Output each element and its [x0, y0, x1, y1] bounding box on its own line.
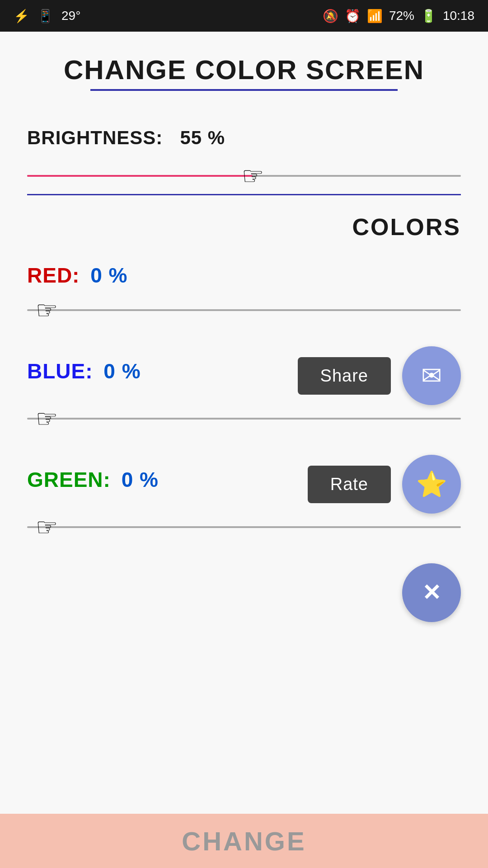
status-right: 🔕 ⏰ 📶 72% 🔋 10:18	[323, 9, 474, 24]
colors-label: COLORS	[27, 213, 461, 241]
share-button[interactable]: Share	[298, 357, 391, 395]
green-slider[interactable]: ☞	[27, 514, 461, 541]
red-slider-track	[27, 309, 461, 311]
mail-icon: ✉	[421, 361, 442, 390]
mute-icon: 🔕	[323, 9, 338, 24]
brightness-slider[interactable]: ☞	[27, 162, 461, 189]
change-button[interactable]: CHANGE	[0, 814, 488, 868]
main-content: CHANGE COLOR SCREEN BRIGHTNESS: 55 % ☞ C…	[0, 32, 488, 868]
mail-fab-button[interactable]: ✉	[402, 346, 461, 405]
green-section: GREEN: 0 % Rate ⭐ ☞	[27, 455, 461, 541]
star-icon: ⭐	[416, 470, 447, 499]
battery-icon: 🔋	[421, 9, 436, 24]
red-section: RED: 0 % ☞	[27, 263, 461, 324]
red-slider-thumb[interactable]: ☞	[36, 296, 58, 325]
brightness-value: 55	[180, 127, 202, 148]
status-bar: ⚡ 📱 29° 🔕 ⏰ 📶 72% 🔋 10:18	[0, 0, 488, 32]
blue-slider[interactable]: ☞	[27, 405, 461, 432]
page-title: CHANGE COLOR SCREEN	[27, 54, 461, 85]
red-value: 0 %	[90, 264, 127, 287]
close-icon: ✕	[422, 580, 441, 606]
brightness-section: BRIGHTNESS: 55 % ☞	[27, 127, 461, 195]
slider-fill	[27, 175, 253, 177]
battery-percent: 72%	[389, 9, 414, 23]
star-fab-button[interactable]: ⭐	[402, 455, 461, 514]
green-value: 0 %	[122, 468, 159, 491]
blue-value: 0 %	[103, 359, 141, 383]
temperature-text: 29°	[61, 9, 80, 23]
phone-icon: 📱	[38, 9, 53, 24]
blue-label: BLUE: 0 %	[27, 359, 141, 383]
blue-slider-track	[27, 418, 461, 420]
status-left: ⚡ 📱 29°	[14, 9, 80, 24]
time-text: 10:18	[443, 9, 474, 23]
title-underline	[90, 89, 398, 91]
slider-thumb-brightness[interactable]: ☞	[242, 161, 264, 190]
blue-section: BLUE: 0 % Share ✉ ☞	[27, 346, 461, 432]
red-slider[interactable]: ☞	[27, 297, 461, 324]
usb-icon: ⚡	[14, 9, 29, 24]
rate-button[interactable]: Rate	[308, 466, 391, 503]
green-slider-thumb[interactable]: ☞	[36, 513, 58, 542]
signal-icon: 📶	[367, 9, 383, 24]
green-slider-track	[27, 526, 461, 528]
brightness-label: BRIGHTNESS: 55 %	[27, 127, 461, 149]
section-divider	[27, 194, 461, 195]
blue-slider-thumb[interactable]: ☞	[36, 404, 58, 433]
brightness-unit: %	[208, 127, 225, 148]
green-label: GREEN: 0 %	[27, 467, 159, 492]
close-fab-button[interactable]: ✕	[402, 563, 461, 622]
change-button-container: CHANGE	[0, 814, 488, 868]
red-label: RED: 0 %	[27, 263, 461, 288]
alarm-icon: ⏰	[345, 9, 361, 24]
